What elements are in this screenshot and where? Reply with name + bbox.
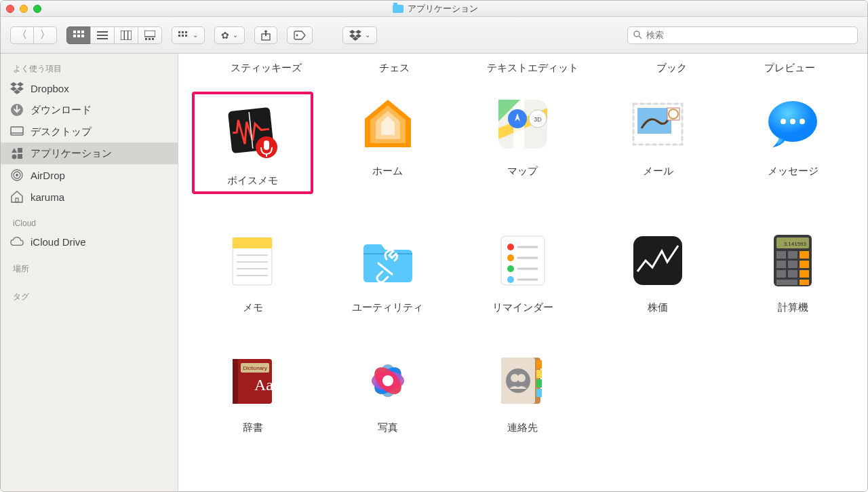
content-area[interactable]: スティッキーズ チェス テキストエディット ブック プレビュー bbox=[178, 54, 867, 491]
search-input[interactable] bbox=[646, 30, 852, 40]
dropbox-icon bbox=[349, 30, 361, 41]
svg-point-97 bbox=[382, 375, 393, 386]
app-stocks[interactable]: 株価 bbox=[597, 228, 719, 314]
svg-rect-69 bbox=[633, 236, 682, 285]
svg-rect-74 bbox=[788, 251, 797, 259]
sidebar-header-tags: タグ bbox=[1, 287, 178, 305]
app-reminders[interactable]: リマインダー bbox=[462, 228, 583, 314]
app-label: メッセージ bbox=[768, 165, 818, 178]
app-mail[interactable]: メール bbox=[597, 92, 719, 194]
list-view-button[interactable] bbox=[90, 26, 115, 44]
desktop-icon bbox=[10, 125, 24, 138]
toolbar: 〈 〉 ⌄ ✿ ⌄ bbox=[1, 17, 867, 54]
svg-text:Aa: Aa bbox=[254, 376, 273, 394]
svg-rect-27 bbox=[11, 127, 23, 135]
chevron-right-icon: 〉 bbox=[40, 29, 50, 41]
app-utilities[interactable]: ユーティリティ bbox=[327, 228, 448, 314]
svg-point-63 bbox=[507, 254, 514, 261]
minimize-button[interactable] bbox=[20, 5, 28, 13]
dropbox-toolbar-button[interactable]: ⌄ bbox=[342, 26, 377, 44]
gallery-view-button[interactable] bbox=[138, 26, 162, 44]
dictionary-icon: Dictionary Aa bbox=[223, 351, 283, 411]
svg-point-51 bbox=[781, 119, 786, 124]
search-field[interactable] bbox=[627, 26, 858, 44]
reminders-icon bbox=[493, 231, 553, 290]
app-notes[interactable]: メモ bbox=[192, 228, 313, 314]
app-grid: ボイスメモ ホーム bbox=[192, 92, 854, 434]
back-button[interactable]: 〈 bbox=[10, 26, 34, 44]
app-label: メモ bbox=[243, 301, 263, 314]
sidebar-item-dropbox[interactable]: Dropbox bbox=[1, 77, 178, 99]
sidebar-item-downloads[interactable]: ダウンロード bbox=[1, 99, 178, 121]
svg-point-34 bbox=[16, 174, 18, 176]
app-home[interactable]: ホーム bbox=[327, 92, 448, 194]
svg-point-30 bbox=[12, 155, 17, 159]
close-button[interactable] bbox=[6, 5, 14, 13]
svg-rect-81 bbox=[800, 270, 809, 278]
sidebar-item-desktop[interactable]: デスクトップ bbox=[1, 121, 178, 143]
gear-icon: ✿ bbox=[221, 30, 229, 41]
chevron-down-icon: ⌄ bbox=[233, 31, 238, 39]
svg-rect-35 bbox=[16, 198, 18, 202]
svg-rect-75 bbox=[800, 251, 809, 259]
app-label: 株価 bbox=[648, 301, 668, 314]
app-label: マップ bbox=[507, 165, 538, 178]
app-calculator[interactable]: 3.141593 計算機 bbox=[732, 228, 854, 314]
svg-text:3.141593: 3.141593 bbox=[784, 241, 807, 247]
mail-icon bbox=[628, 94, 688, 154]
svg-line-25 bbox=[639, 36, 642, 39]
sidebar-item-airdrop[interactable]: AirDrop bbox=[1, 164, 178, 186]
chevron-left-icon: 〈 bbox=[17, 29, 27, 41]
icon-view-button[interactable] bbox=[66, 26, 91, 44]
sidebar-item-label: iCloud Drive bbox=[31, 236, 86, 248]
download-icon bbox=[10, 103, 24, 117]
svg-rect-73 bbox=[776, 251, 786, 259]
svg-point-67 bbox=[507, 276, 514, 283]
app-label: ホーム bbox=[372, 165, 403, 178]
app-label: メール bbox=[643, 165, 673, 178]
app-photos[interactable]: 写真 bbox=[327, 348, 448, 434]
sidebar-item-label: デスクトップ bbox=[31, 126, 92, 138]
app-dictionary[interactable]: Dictionary Aa 辞書 bbox=[192, 348, 313, 434]
svg-rect-17 bbox=[182, 31, 184, 33]
sidebar-item-label: ダウンロード bbox=[31, 104, 92, 117]
app-label: ユーティリティ bbox=[352, 301, 423, 314]
sidebar-header-locations: 場所 bbox=[1, 259, 178, 278]
app-maps[interactable]: 3D マップ bbox=[462, 92, 583, 194]
sidebar-item-home[interactable]: karuma bbox=[1, 186, 178, 208]
sidebar-item-applications[interactable]: アプリケーション bbox=[1, 143, 178, 164]
column-view-button[interactable] bbox=[114, 26, 138, 44]
app-contacts[interactable]: 連絡先 bbox=[462, 348, 583, 434]
app-voice-memos[interactable]: ボイスメモ bbox=[192, 92, 313, 194]
app-label: 連絡先 bbox=[507, 421, 538, 434]
svg-rect-60 bbox=[501, 236, 545, 285]
svg-rect-85 bbox=[233, 359, 238, 404]
grid-small-icon bbox=[178, 31, 189, 39]
svg-rect-76 bbox=[776, 261, 786, 268]
svg-rect-83 bbox=[800, 280, 809, 285]
window-body: よく使う項目 Dropbox ダウンロード デスクトップ アプリケーション Ai… bbox=[1, 54, 867, 491]
svg-rect-2 bbox=[81, 31, 84, 33]
sidebar-header-icloud: iCloud bbox=[1, 214, 178, 231]
titlebar: アプリケーション bbox=[1, 1, 867, 17]
share-button[interactable] bbox=[254, 26, 277, 44]
svg-rect-13 bbox=[145, 38, 147, 40]
chevron-down-icon: ⌄ bbox=[365, 31, 370, 39]
sidebar-item-icloud-drive[interactable]: iCloud Drive bbox=[1, 231, 178, 252]
zoom-button[interactable] bbox=[33, 5, 41, 13]
svg-rect-3 bbox=[73, 35, 76, 37]
truncated-previous-row: スティッキーズ チェス テキストエディット ブック プレビュー bbox=[192, 62, 854, 73]
svg-point-61 bbox=[507, 244, 514, 250]
action-button[interactable]: ✿ ⌄ bbox=[214, 26, 245, 44]
app-messages[interactable]: メッセージ bbox=[732, 92, 854, 194]
tags-button[interactable] bbox=[287, 26, 313, 44]
window-title: アプリケーション bbox=[41, 3, 829, 15]
svg-rect-21 bbox=[185, 35, 187, 37]
arrange-button[interactable]: ⌄ bbox=[172, 26, 205, 44]
forward-button[interactable]: 〉 bbox=[33, 26, 57, 44]
truncated-label: テキストエディット bbox=[487, 62, 578, 73]
sidebar-item-label: Dropbox bbox=[31, 83, 69, 94]
svg-text:3D: 3D bbox=[534, 116, 542, 123]
window-controls bbox=[6, 5, 41, 13]
voice-memos-icon bbox=[223, 104, 283, 164]
